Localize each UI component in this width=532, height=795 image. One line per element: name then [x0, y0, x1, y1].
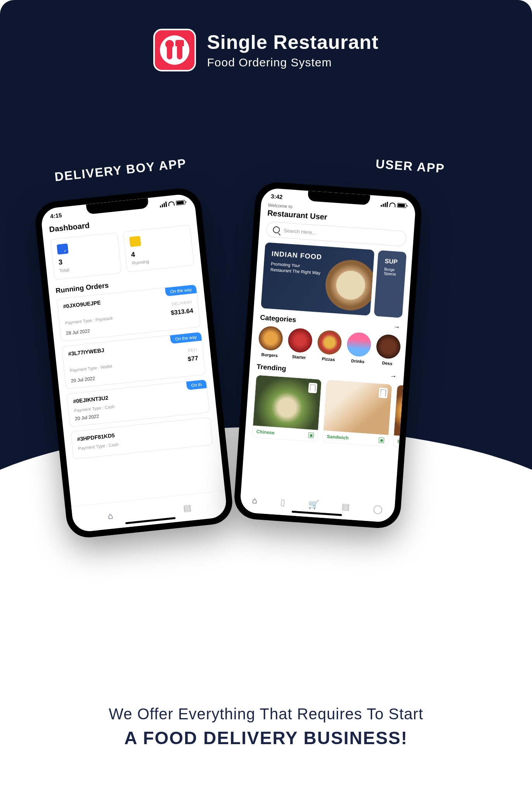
category-image — [287, 328, 313, 353]
footer-line2: A FOOD DELIVERY BUSINESS! — [23, 727, 509, 748]
payment-type: Payment Type : Wallet — [69, 364, 113, 375]
status-indicators — [381, 201, 407, 208]
payment-type: Payment Type : Paystack — [65, 316, 113, 328]
home-icon[interactable]: ⌂ — [251, 495, 257, 506]
arrow-right-icon[interactable]: → — [390, 372, 397, 380]
bottom-nav: ⌂ ▯ 🛒 ▤ ◯ — [239, 487, 395, 523]
status-badge: On the way — [170, 332, 202, 344]
food-image — [253, 375, 322, 430]
veg-indicator-icon — [308, 432, 314, 438]
battery-icon — [176, 200, 185, 205]
bookmark-icon[interactable] — [308, 383, 317, 393]
category-name: Drinks — [346, 358, 370, 364]
status-time: 3:42 — [271, 193, 283, 200]
banner-subtitle: Promoting Your Restaurant The Right Way — [270, 261, 321, 276]
food-image — [324, 258, 375, 312]
bookmark-nav-icon[interactable]: ▯ — [280, 497, 286, 508]
arrow-right-icon[interactable]: → — [393, 323, 400, 332]
banner-title: SUP — [385, 258, 399, 266]
category-item[interactable]: Dess — [375, 334, 401, 366]
footer-line1: We Offer Everything That Requires To Sta… — [23, 705, 509, 723]
app-logo — [153, 29, 196, 71]
search-placeholder: Search Here... — [284, 227, 317, 236]
profile-icon[interactable]: ◯ — [373, 504, 383, 515]
order-price: $77 — [187, 355, 198, 363]
trending-name: Sandwich — [327, 434, 349, 441]
category-item[interactable]: Burgers — [257, 326, 283, 358]
trending-card[interactable]: Chinese — [252, 375, 322, 442]
category-name: Starter — [287, 354, 311, 360]
category-image — [258, 326, 284, 351]
stat-running-card[interactable]: 4 Running — [123, 225, 194, 273]
wifi-icon — [389, 202, 396, 207]
footer-tagline: We Offer Everything That Requires To Sta… — [0, 705, 532, 748]
promo-banner[interactable]: SUP Burge Specia — [374, 250, 407, 318]
status-badge: On th — [186, 380, 207, 390]
payment-type: Payment Type : Cash — [74, 404, 115, 413]
header-logo-row: Single Restaurant Food Ordering System — [0, 29, 532, 71]
promo-banner[interactable]: INDIAN FOOD Promoting Your Restaurant Th… — [261, 242, 375, 316]
wifi-icon — [168, 201, 175, 206]
orders-icon[interactable]: ▤ — [183, 502, 192, 513]
trending-name: Chinese — [256, 429, 275, 436]
trending-card[interactable]: Sandwich — [322, 380, 392, 447]
cart-icon[interactable]: 🛒 — [308, 499, 319, 510]
veg-indicator-icon — [379, 437, 385, 443]
bookmark-icon[interactable] — [379, 387, 388, 398]
category-image — [317, 330, 342, 355]
product-subtitle: Food Ordering System — [207, 56, 378, 69]
category-name: Pizzas — [316, 356, 341, 362]
category-name: Burgers — [257, 352, 282, 358]
food-image — [324, 380, 392, 435]
category-name: Dess — [375, 360, 400, 366]
banner-subtitle: Burge Specia — [384, 267, 399, 276]
category-item[interactable]: Starter — [287, 328, 313, 360]
delivery-phone-mockup: 4:15 Dashboard 3 Total 4 Running — [33, 186, 235, 540]
box-check-icon — [57, 243, 69, 255]
category-item[interactable]: Pizzas — [316, 330, 342, 362]
orders-icon[interactable]: ▤ — [341, 502, 350, 512]
battery-icon — [397, 203, 407, 208]
stat-total-card[interactable]: 3 Total — [50, 233, 122, 280]
category-image — [376, 334, 401, 359]
status-time: 4:15 — [50, 212, 62, 219]
categories-title: Categories — [260, 314, 296, 324]
status-indicators — [159, 199, 185, 207]
home-icon[interactable]: ⌂ — [107, 510, 113, 521]
category-item[interactable]: Drinks — [346, 332, 372, 364]
trending-title: Trending — [256, 363, 286, 373]
order-card[interactable]: On the way #0JXO9UEJPE DELIVERY Payment … — [57, 284, 201, 342]
order-type: DELI — [188, 347, 198, 352]
category-image — [346, 332, 372, 357]
product-title: Single Restaurant — [207, 31, 378, 54]
order-price: $313.64 — [170, 307, 193, 316]
order-card[interactable]: On the way #3L77IYWEBJ DELI Payment Type… — [62, 332, 206, 389]
payment-type: Payment Type : Cash — [78, 442, 119, 451]
search-icon — [273, 226, 280, 233]
order-type: DELIVERY — [172, 300, 192, 306]
box-icon — [129, 236, 141, 247]
user-phone-mockup: 3:42 Welcome to Restaurant User Search H… — [233, 181, 423, 529]
status-badge: On the way — [165, 285, 197, 296]
